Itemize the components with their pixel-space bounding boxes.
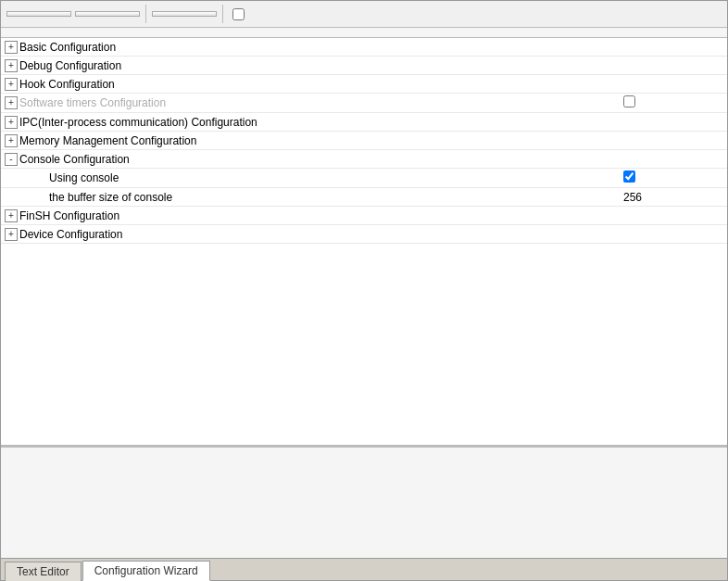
- tree-row-using-console[interactable]: Using console: [1, 169, 727, 188]
- option-cell-finsh: +FinSH Configuration: [1, 208, 616, 224]
- row-label-using-console: Using console: [49, 171, 119, 184]
- tab-text-editor[interactable]: Text Editor: [5, 562, 82, 581]
- tree-row-console[interactable]: -Console Configuration: [1, 150, 727, 169]
- row-label-software-timers: Software timers Configuration: [19, 96, 166, 109]
- option-cell-software-timers: +Software timers Configuration: [1, 95, 616, 111]
- option-cell-device: +Device Configuration: [1, 226, 616, 243]
- main-window: +Basic Configuration+Debug Configuration…: [0, 0, 728, 581]
- tree-row-basic[interactable]: +Basic Configuration: [1, 38, 727, 57]
- help-button[interactable]: [152, 11, 217, 17]
- option-cell-buffer-size: the buffer size of console: [1, 189, 616, 206]
- row-label-hook: Hook Configuration: [19, 78, 115, 91]
- expand-icon-basic[interactable]: +: [5, 41, 18, 54]
- row-label-ipc: IPC(Inter-process communication) Configu…: [19, 116, 257, 129]
- checkbox-software-timers[interactable]: [623, 95, 635, 107]
- tree-header: [1, 28, 727, 38]
- expand-icon-memory[interactable]: +: [5, 134, 18, 147]
- option-cell-hook: +Hook Configuration: [1, 76, 616, 93]
- tab-configuration-wizard[interactable]: Configuration Wizard: [82, 561, 210, 581]
- tree-row-ipc[interactable]: +IPC(Inter-process communication) Config…: [1, 113, 727, 132]
- tree-row-buffer-size[interactable]: the buffer size of console256: [1, 188, 727, 207]
- row-label-finsh: FinSH Configuration: [19, 209, 119, 222]
- row-label-buffer-size: the buffer size of console: [49, 191, 172, 204]
- tree-table: +Basic Configuration+Debug Configuration…: [1, 28, 727, 447]
- expand-icon-finsh[interactable]: +: [5, 209, 18, 222]
- option-cell-debug: +Debug Configuration: [1, 57, 616, 74]
- checkbox-using-console[interactable]: [623, 171, 635, 183]
- expand-icon-console[interactable]: -: [5, 153, 18, 166]
- expand-icon-hook[interactable]: +: [5, 78, 18, 91]
- row-label-device: Device Configuration: [19, 228, 122, 241]
- toolbar: [1, 1, 727, 28]
- value-cell-console: [616, 158, 727, 161]
- option-cell-basic: +Basic Configuration: [1, 39, 616, 56]
- value-cell-buffer-size: 256: [616, 189, 727, 206]
- tree-row-hook[interactable]: +Hook Configuration: [1, 75, 727, 94]
- tab-bar: Text EditorConfiguration Wizard: [1, 558, 727, 580]
- value-cell-finsh: [616, 214, 727, 218]
- expand-icon-device[interactable]: +: [5, 228, 18, 241]
- row-label-console: Console Configuration: [19, 153, 130, 166]
- main-area: +Basic Configuration+Debug Configuration…: [1, 28, 727, 558]
- option-cell-console: -Console Configuration: [1, 151, 616, 168]
- expand-all-button[interactable]: [6, 11, 71, 17]
- col-value-header: [616, 31, 727, 34]
- value-cell-software-timers: [616, 94, 727, 112]
- value-cell-basic: [616, 45, 727, 49]
- tree-row-debug[interactable]: +Debug Configuration: [1, 57, 727, 75]
- option-cell-using-console: Using console: [1, 170, 616, 186]
- row-label-basic: Basic Configuration: [19, 41, 116, 54]
- tree-rows-container: +Basic Configuration+Debug Configuration…: [1, 38, 727, 244]
- value-cell-using-console: [616, 169, 727, 187]
- collapse-all-button[interactable]: [75, 11, 140, 17]
- value-cell-memory: [616, 139, 727, 143]
- col-option-header: [1, 31, 616, 34]
- row-label-debug: Debug Configuration: [19, 59, 121, 72]
- tree-row-device[interactable]: +Device Configuration: [1, 225, 727, 244]
- option-cell-memory: +Memory Management Configuration: [1, 133, 616, 149]
- option-cell-ipc: +IPC(Inter-process communication) Config…: [1, 114, 616, 131]
- value-cell-device: [616, 233, 727, 236]
- toolbar-separator: [145, 5, 146, 23]
- tree-row-memory[interactable]: +Memory Management Configuration: [1, 132, 727, 150]
- expand-icon-debug[interactable]: +: [5, 59, 18, 72]
- row-label-memory: Memory Management Configuration: [19, 134, 196, 147]
- value-cell-hook: [616, 82, 727, 86]
- value-cell-ipc: [616, 120, 727, 124]
- show-grid-container: [232, 8, 248, 20]
- toolbar-separator-2: [222, 5, 223, 23]
- tree-row-software-timers[interactable]: +Software timers Configuration: [1, 94, 727, 113]
- value-text-buffer-size: 256: [623, 191, 642, 204]
- expand-icon-software-timers[interactable]: +: [5, 96, 18, 109]
- show-grid-checkbox[interactable]: [232, 8, 245, 20]
- bottom-panel: [1, 447, 727, 558]
- tree-row-finsh[interactable]: +FinSH Configuration: [1, 207, 727, 225]
- expand-icon-ipc[interactable]: +: [5, 116, 18, 129]
- value-cell-debug: [616, 64, 727, 68]
